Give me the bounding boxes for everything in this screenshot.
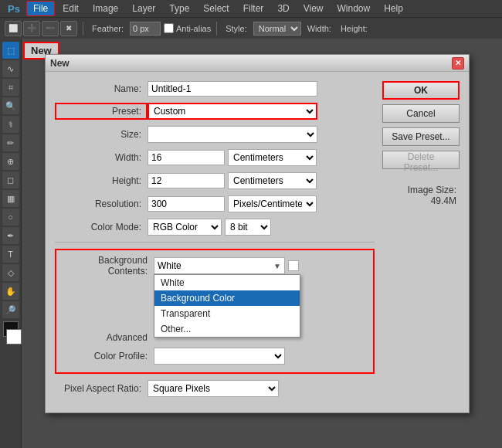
pixelaspect-label: Pixel Aspect Ratio: bbox=[55, 383, 148, 394]
dialog-title: New bbox=[50, 58, 70, 69]
tool-crop[interactable]: ⌗ bbox=[2, 79, 19, 96]
menu-3d[interactable]: 3D bbox=[271, 2, 295, 15]
dialog-right-panel: OK Cancel Save Preset... Delete Preset..… bbox=[382, 81, 460, 403]
preset-select[interactable]: Custom bbox=[148, 103, 317, 120]
menu-filter[interactable]: Filter bbox=[237, 2, 270, 15]
height-label: Height: bbox=[337, 24, 371, 33]
tool-pen[interactable]: ✒ bbox=[2, 227, 19, 244]
save-preset-button[interactable]: Save Preset... bbox=[382, 127, 460, 146]
dialog-titlebar: New ✕ bbox=[46, 55, 469, 72]
delete-preset-button[interactable]: Delete Preset... bbox=[382, 151, 460, 169]
imagesize-label: Image Size: bbox=[408, 185, 456, 195]
menu-select[interactable]: Select bbox=[197, 2, 235, 15]
width-input[interactable] bbox=[148, 150, 225, 165]
bg-dropdown-list: White Background Color Transparent Other… bbox=[154, 274, 300, 338]
menu-layer[interactable]: Layer bbox=[126, 2, 161, 15]
tool-mode-group: ⬜ ➕ ➖ ✖ bbox=[5, 21, 77, 36]
tool-type[interactable]: T bbox=[2, 246, 19, 263]
ok-button[interactable]: OK bbox=[382, 81, 460, 100]
bg-contents-row: Background Contents: White ▼ bbox=[61, 255, 368, 277]
tool-eraser[interactable]: ◻ bbox=[2, 171, 19, 188]
size-select[interactable] bbox=[148, 126, 317, 143]
new-selection-btn[interactable]: ⬜ bbox=[5, 21, 22, 36]
tool-brush[interactable]: ✏ bbox=[2, 134, 19, 151]
bg-checkbox[interactable] bbox=[288, 260, 299, 271]
bg-selected-value: White bbox=[158, 260, 181, 271]
feather-input[interactable] bbox=[130, 22, 161, 36]
tool-lasso[interactable]: ∿ bbox=[2, 60, 19, 77]
preset-row: Preset: Custom bbox=[55, 103, 375, 120]
feather-label: Feather: bbox=[89, 24, 127, 33]
bg-option-transparent[interactable]: Transparent bbox=[154, 306, 300, 321]
colormode-label: Color Mode: bbox=[55, 222, 148, 232]
width-label: Width: bbox=[304, 24, 334, 33]
new-dialog: New ✕ Name: Preset: Custom bbox=[45, 54, 470, 413]
height-unit-select[interactable]: Centimeters bbox=[228, 172, 317, 189]
tool-marquee[interactable]: ⬚ bbox=[2, 42, 19, 59]
name-label: Name: bbox=[55, 83, 148, 94]
width-label: Width: bbox=[55, 152, 148, 163]
style-select[interactable]: Normal bbox=[253, 22, 301, 36]
imagesize-box: Image Size: 49.4M bbox=[382, 182, 460, 209]
background-section: Background Contents: White ▼ bbox=[55, 249, 375, 374]
imagesize-value: 49.4M bbox=[431, 195, 456, 206]
pixelaspect-select[interactable]: Square Pixels bbox=[148, 380, 279, 397]
colormode-select[interactable]: RGB Color bbox=[148, 219, 222, 236]
tool-hand[interactable]: ✋ bbox=[2, 283, 19, 300]
height-input[interactable] bbox=[148, 173, 225, 188]
menu-help[interactable]: Help bbox=[378, 2, 409, 15]
name-input[interactable] bbox=[148, 81, 317, 97]
antialias-label: Anti-alias bbox=[164, 23, 211, 33]
options-toolbar: ⬜ ➕ ➖ ✖ Feather: Anti-alias Style: Norma… bbox=[0, 17, 502, 39]
menu-file[interactable]: File bbox=[26, 1, 55, 16]
height-label: Height: bbox=[55, 175, 148, 186]
sep1 bbox=[83, 22, 83, 36]
tool-clone[interactable]: ⊕ bbox=[2, 153, 19, 170]
menu-window[interactable]: Window bbox=[331, 2, 377, 15]
menu-bar: Ps File Edit Image Layer Type Select Fil… bbox=[0, 0, 502, 17]
resolution-row: Resolution: Pixels/Centimeter bbox=[55, 195, 375, 212]
bg-dropdown-trigger[interactable]: White ▼ bbox=[154, 257, 285, 274]
resolution-unit-select[interactable]: Pixels/Centimeter bbox=[228, 195, 317, 212]
cancel-button[interactable]: Cancel bbox=[382, 104, 460, 123]
dialog-body: Name: Preset: Custom Size: bbox=[46, 72, 469, 412]
subtract-selection-btn[interactable]: ➖ bbox=[42, 21, 59, 36]
tool-path[interactable]: ◇ bbox=[2, 264, 19, 281]
preset-label: Preset: bbox=[55, 103, 148, 120]
antialias-checkbox[interactable] bbox=[164, 23, 174, 33]
content-area: New New ✕ Name: Preset: bbox=[22, 39, 502, 448]
sep2 bbox=[216, 22, 217, 36]
tool-dodge[interactable]: ○ bbox=[2, 209, 19, 226]
add-selection-btn[interactable]: ➕ bbox=[23, 21, 40, 36]
form-separator bbox=[55, 242, 375, 243]
tools-panel: ⬚ ∿ ⌗ 🔍 ⚕ ✏ ⊕ ◻ ▦ ○ ✒ T ◇ ✋ 🔎 bbox=[0, 39, 22, 448]
menu-view[interactable]: View bbox=[297, 2, 330, 15]
colordepth-select[interactable]: 8 bit bbox=[225, 219, 271, 236]
size-label: Size: bbox=[55, 129, 148, 140]
dialog-close-button[interactable]: ✕ bbox=[452, 57, 464, 70]
menu-type[interactable]: Type bbox=[163, 2, 195, 15]
height-row: Height: Centimeters bbox=[55, 172, 375, 189]
bg-option-other[interactable]: Other... bbox=[154, 321, 300, 337]
menu-edit[interactable]: Edit bbox=[56, 2, 85, 15]
tool-healing[interactable]: ⚕ bbox=[2, 116, 19, 133]
resolution-label: Resolution: bbox=[55, 199, 148, 209]
tool-zoom[interactable]: 🔎 bbox=[2, 301, 19, 318]
tool-eyedropper[interactable]: 🔍 bbox=[2, 97, 19, 114]
colorprofile-select[interactable] bbox=[154, 348, 285, 365]
resolution-input[interactable] bbox=[148, 196, 225, 212]
width-unit-select[interactable]: Centimeters bbox=[228, 149, 317, 166]
background-color[interactable] bbox=[6, 329, 22, 344]
bg-contents-label: Background Contents: bbox=[61, 255, 154, 277]
bg-option-backgroundcolor[interactable]: Background Color bbox=[154, 290, 300, 306]
bg-option-white[interactable]: White bbox=[154, 275, 300, 290]
intersect-selection-btn[interactable]: ✖ bbox=[60, 21, 77, 36]
name-row: Name: bbox=[55, 81, 375, 97]
size-row: Size: bbox=[55, 126, 375, 143]
style-label: Style: bbox=[222, 24, 250, 33]
menu-image[interactable]: Image bbox=[86, 2, 124, 15]
bg-dropdown-main: White ▼ bbox=[154, 257, 299, 274]
bg-dropdown-container: White ▼ White Background Color Transp bbox=[154, 257, 299, 274]
dialog-left-panel: Name: Preset: Custom Size: bbox=[55, 81, 375, 403]
tool-gradient[interactable]: ▦ bbox=[2, 190, 19, 207]
